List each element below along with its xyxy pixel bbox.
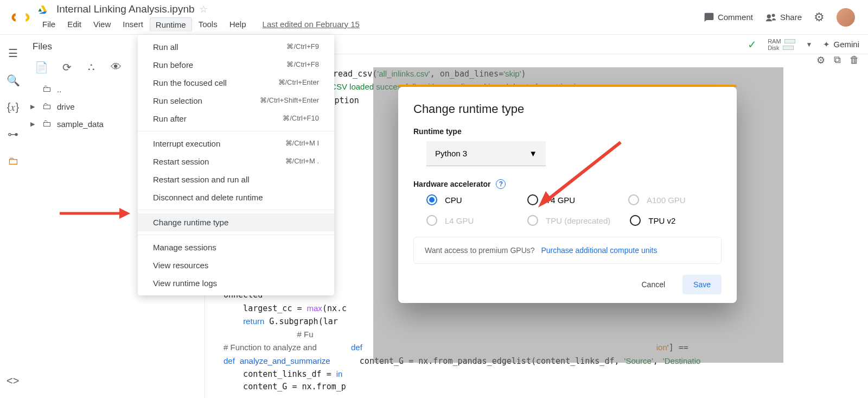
menu-edit[interactable]: Edit [62,17,87,31]
runtime-menu-item[interactable]: Manage sessions [138,238,334,256]
svg-point-3 [767,14,771,18]
star-icon[interactable]: ☆ [199,3,208,15]
left-rail: ☰ 🔍 {𝑥} ⊶ 🗀 [0,35,26,167]
runtime-menu-item[interactable]: View resources [138,256,334,274]
runtime-menu-item[interactable]: Run selection⌘/Ctrl+Shift+Enter [138,92,334,110]
cell-toolbar: ⚙ ⧉ 🗑 [816,54,859,66]
avatar[interactable] [837,8,855,27]
svg-marker-8 [538,191,552,207]
resource-dropdown-icon[interactable]: ▼ [806,41,813,48]
comment-icon [704,12,714,23]
menu-runtime[interactable]: Runtime [150,17,192,31]
help-icon[interactable]: ? [496,179,506,189]
menu-tools[interactable]: Tools [193,17,223,31]
menu-view[interactable]: View [88,17,116,31]
svg-marker-6 [119,208,130,219]
hidden-files-icon[interactable]: 👁 [111,61,122,74]
annotation-arrow-2 [534,137,626,213]
gemini-button[interactable]: ✦ Gemini [823,40,859,49]
runtime-menu-item[interactable]: Restart session and run all [138,170,334,188]
save-button[interactable]: Save [682,275,722,294]
hw-radio-option: A100 GPU [628,194,710,205]
svg-point-4 [772,14,775,17]
colab-logo [11,8,30,27]
resource-meter[interactable]: RAM Disk [768,38,795,51]
runtime-type-label: Runtime type [413,127,722,136]
cancel-button[interactable]: Cancel [635,275,672,294]
runtime-type-select[interactable]: Python 3 ▼ [426,141,546,166]
settings-icon[interactable]: ⚙ [814,10,825,24]
refresh-icon[interactable]: ⟳ [62,61,72,74]
notebook-title[interactable]: Internal Linking Analysis.ipynb [56,3,195,15]
runtime-menu-item[interactable]: View runtime logs [138,274,334,292]
svg-marker-2 [39,11,47,14]
gemini-spark-icon: ✦ [823,40,830,49]
menu-insert[interactable]: Insert [117,17,149,31]
purchase-link[interactable]: Purchase additional compute units [541,246,657,255]
code-snippets-icon[interactable]: <> [7,375,19,387]
annotation-arrow-1 [60,205,130,222]
variables-icon[interactable]: {𝑥} [7,101,19,113]
modal-title: Change runtime type [413,102,722,116]
cell-settings-icon[interactable]: ⚙ [816,54,825,66]
svg-line-7 [545,142,621,202]
secrets-icon[interactable]: ⊶ [8,128,18,141]
files-icon[interactable]: 🗀 [8,155,18,167]
menu-file[interactable]: File [37,17,61,31]
comment-button[interactable]: Comment [704,12,753,23]
runtime-menu-item[interactable]: Change runtime type [138,213,334,231]
runtime-menu-item[interactable]: Run after⌘/Ctrl+F10 [138,110,334,128]
hw-radio-option[interactable]: CPU [426,194,508,205]
mount-drive-icon[interactable]: ⛬ [86,61,97,74]
drive-icon [37,4,48,15]
search-icon[interactable]: 🔍 [7,74,20,87]
cell-mirror-icon[interactable]: ⧉ [834,54,841,66]
runtime-menu-item[interactable]: Restart session⌘/Ctrl+M . [138,153,334,170]
runtime-menu-item[interactable]: Run the focused cell⌘/Ctrl+Enter [138,74,334,92]
upload-icon[interactable]: 📄 [35,61,48,74]
menu-help[interactable]: Help [224,17,252,31]
hw-radio-option[interactable]: TPU v2 [630,215,711,226]
runtime-menu-item[interactable]: Run all⌘/Ctrl+F9 [138,38,334,56]
runtime-menu-item[interactable]: Run before⌘/Ctrl+F8 [138,56,334,74]
svg-marker-1 [41,5,47,11]
toc-icon[interactable]: ☰ [8,47,18,60]
hw-radio-option: L4 GPU [426,215,508,226]
last-edited[interactable]: Last edited on February 15 [257,17,365,31]
status-check-icon: ✓ [748,38,757,51]
share-button[interactable]: Share [765,11,802,23]
share-icon [765,11,777,23]
runtime-dropdown: Run all⌘/Ctrl+F9Run before⌘/Ctrl+F8Run t… [138,35,334,295]
premium-notice: Want access to premium GPUs? Purchase ad… [413,237,722,264]
top-bar: Internal Linking Analysis.ipynb ☆ File E… [0,0,868,35]
runtime-menu-item[interactable]: Disconnect and delete runtime [138,188,334,206]
hw-radio-option: TPU (deprecated) [527,215,610,226]
menubar: File Edit View Insert Runtime Tools Help… [37,17,695,31]
runtime-menu-item[interactable]: Interrupt execution⌘/Ctrl+M I [138,135,334,153]
cell-delete-icon[interactable]: 🗑 [850,54,859,66]
svg-marker-0 [39,8,42,11]
